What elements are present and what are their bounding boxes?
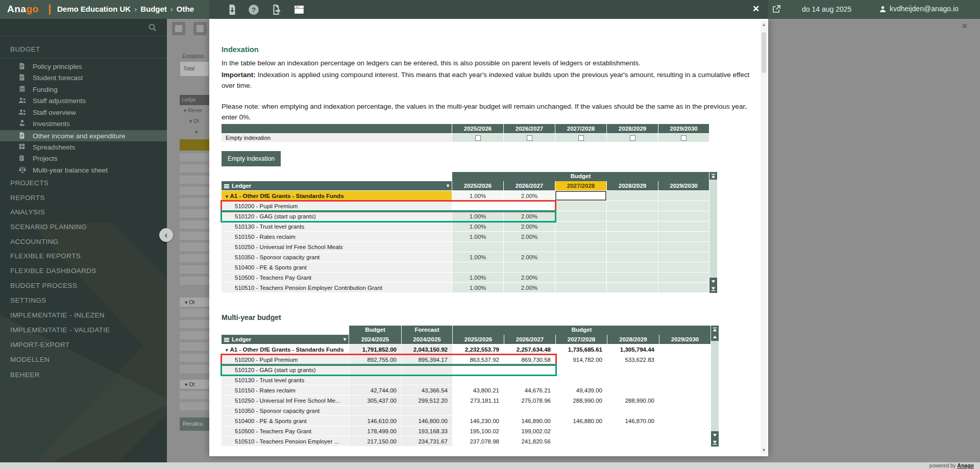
budget-value-cell[interactable]	[659, 355, 711, 365]
sidebar-section-projects[interactable]: PROJECTS	[10, 179, 48, 187]
collapse-sidebar-button[interactable]: ‹	[159, 228, 173, 242]
indexation-cell[interactable]	[607, 262, 658, 273]
year-column-header-2026-2027[interactable]: 2026/2027	[504, 181, 555, 191]
budget-value-cell[interactable]: 241,820.56	[504, 436, 556, 447]
ledger-cell-a1[interactable]: ▾A1 - Other DfE Grants - Standards Funds	[222, 344, 349, 355]
budget-value-cell[interactable]: 49,439.00	[556, 385, 607, 396]
indexation-cell[interactable]	[607, 232, 658, 242]
scroll-jumptop-button[interactable]	[711, 326, 719, 333]
budget-value-cell[interactable]: 892,755.00	[349, 355, 402, 365]
indexation-cell[interactable]	[555, 252, 607, 262]
budget-value-cell[interactable]: 237,078.98	[453, 436, 504, 447]
budget-value-cell[interactable]	[607, 436, 659, 447]
year-column-header-2027-2028[interactable]: 2027/2028	[555, 181, 607, 191]
ledger-cell-510500[interactable]: 510500 - Teachers Pay Grant	[222, 426, 349, 436]
sidebar-section-analysis[interactable]: ANALYSIS	[10, 208, 45, 216]
checkbox[interactable]	[630, 135, 635, 141]
ledger-cell-510200[interactable]: 510200 - Pupil Premium	[222, 201, 452, 211]
search-icon[interactable]	[148, 23, 157, 32]
budget-value-cell[interactable]: 199,002.02	[504, 426, 556, 436]
budget-value-cell[interactable]: 146,890.00	[504, 416, 556, 426]
scroll-down-button[interactable]	[711, 431, 719, 439]
budget-value-cell[interactable]: 895,394.17	[402, 355, 453, 365]
budget-value-cell[interactable]	[607, 365, 659, 375]
budget-value-cell[interactable]	[607, 406, 659, 416]
sidebar-item-spreadsheets[interactable]: Spreadsheets	[0, 141, 167, 153]
budget-value-cell[interactable]	[556, 365, 607, 375]
scroll-up-icon[interactable]: ▲	[761, 22, 767, 28]
budget-value-cell[interactable]	[607, 385, 659, 396]
budget-value-cell[interactable]: 217,150.00	[349, 436, 402, 447]
budget-value-cell[interactable]	[504, 406, 556, 416]
indexation-cell[interactable]	[607, 283, 658, 293]
indexation-cell[interactable]	[452, 242, 504, 252]
indexation-cell[interactable]	[555, 242, 607, 252]
budget-value-cell[interactable]: 195,100.02	[453, 426, 504, 436]
indexation-cell[interactable]: 1.00%	[452, 211, 504, 221]
budget-value-cell[interactable]	[659, 436, 711, 447]
indexation-cell[interactable]	[607, 221, 658, 232]
empty-indexation-checkbox-2029-2030[interactable]	[658, 134, 709, 142]
user-account[interactable]: kvdheijden@anago.io	[879, 5, 959, 13]
sidebar-item-staff-adjustments[interactable]: Staff adjustments	[0, 95, 167, 106]
budget-value-cell[interactable]: 1,791,852.00	[349, 344, 402, 355]
external-link-icon[interactable]	[772, 5, 781, 14]
budget-value-cell[interactable]: 178,499.00	[349, 426, 402, 436]
ledger-cell-510250[interactable]: 510250 - Universal Inf Free School Me...	[222, 396, 349, 406]
budget-value-cell[interactable]	[659, 426, 711, 436]
budget-value-cell[interactable]: 193,168.33	[402, 426, 453, 436]
budget-value-cell[interactable]: 44,676.21	[504, 385, 556, 396]
budget-value-cell[interactable]	[402, 406, 453, 416]
scroll-down-button[interactable]	[709, 278, 717, 285]
indexation-cell[interactable]	[452, 262, 504, 273]
indexation-cell[interactable]: 1.00%	[452, 221, 504, 232]
indexation-cell[interactable]	[607, 273, 658, 283]
budget-value-cell[interactable]: 2,257,634.48	[504, 344, 556, 355]
budget-value-cell[interactable]	[402, 375, 453, 385]
ledger-cell-510250[interactable]: 510250 - Universal Inf Free School Meals	[222, 242, 452, 252]
indexation-cell[interactable]	[658, 262, 709, 273]
close-icon[interactable]: ✕	[751, 4, 761, 15]
indexation-cell[interactable]: 2.00%	[504, 283, 555, 293]
anago-logo[interactable]: Anago	[7, 4, 39, 15]
ledger-cell-510510[interactable]: 510510 - Teachers Pension Employer Contr…	[222, 283, 452, 293]
indexation-cell[interactable]	[607, 191, 658, 201]
scroll-down-icon[interactable]: ▼	[761, 448, 767, 453]
download-file-icon[interactable]	[227, 4, 238, 15]
year-column-header-2025-2026[interactable]: 2025/2026	[452, 181, 504, 191]
budget-value-cell[interactable]: 234,731.67	[402, 436, 453, 447]
indexation-cell[interactable]	[607, 211, 658, 221]
indexation-cell[interactable]: 2.00%	[504, 191, 555, 201]
budget-value-cell[interactable]: 273,181.11	[453, 396, 504, 406]
budget-value-cell[interactable]	[607, 426, 659, 436]
ledger-cell-510500[interactable]: 510500 - Teachers Pay Grant	[222, 273, 452, 283]
column-header-6-2029-2030[interactable]: 2029/2030	[659, 335, 711, 344]
budget-value-cell[interactable]	[659, 416, 711, 426]
budget-value-cell[interactable]: 305,437.00	[349, 396, 402, 406]
breadcrumb-item-othe[interactable]: Othe	[177, 5, 194, 13]
anago-link[interactable]: Anago	[957, 462, 974, 468]
sidebar-section-modellen[interactable]: MODELLEN	[10, 356, 50, 363]
budget-value-cell[interactable]	[349, 406, 402, 416]
indexation-cell[interactable]	[658, 252, 709, 262]
budget-value-cell[interactable]: 275,078.96	[504, 396, 556, 406]
sidebar-section-import-export[interactable]: IMPORT-EXPORT	[10, 341, 69, 349]
budget-value-cell[interactable]	[659, 375, 711, 385]
modal-scrollbar[interactable]: ▲ ▼	[761, 21, 767, 454]
indexation-cell[interactable]: 1.00%	[452, 252, 504, 262]
column-header-2-2025-2026[interactable]: 2025/2026	[453, 335, 504, 344]
indexation-cell[interactable]	[607, 201, 658, 211]
empty-indexation-checkbox-2028-2029[interactable]	[607, 134, 658, 142]
ledger-cell-510400[interactable]: 510400 - PE & Sports grant	[222, 416, 349, 426]
ledger-cell-510350[interactable]: 510350 - Sponsor capacity grant	[222, 252, 452, 262]
indexation-cell[interactable]	[658, 242, 709, 252]
indexation-cell[interactable]	[658, 211, 709, 221]
budget-value-cell[interactable]	[504, 375, 556, 385]
indexation-cell[interactable]	[658, 221, 709, 232]
indexation-cell[interactable]: 2.00%	[504, 211, 555, 221]
budget-value-cell[interactable]: 43,800.21	[453, 385, 504, 396]
sidebar-item-policy-principles[interactable]: Policy principles	[0, 61, 167, 72]
scrollbar-thumb[interactable]	[762, 32, 766, 73]
budget-value-cell[interactable]: 146,230.00	[453, 416, 504, 426]
indexation-cell[interactable]	[658, 273, 709, 283]
